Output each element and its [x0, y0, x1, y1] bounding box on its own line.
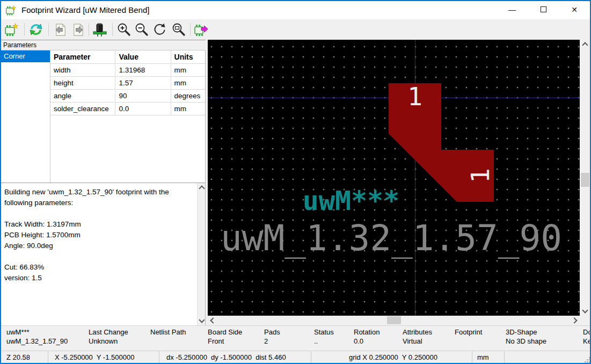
build-message-text: Building new 'uwm_1.32_1.57_90' footprin… — [4, 187, 195, 283]
status-field-pads: Pads2 — [264, 326, 314, 351]
scroll-up-icon — [199, 185, 205, 191]
window-title: Footprint Wizard [uW Mitered Bend] — [21, 1, 149, 19]
footprint-wizard-window: ★ Footprint Wizard [uW Mitered Bend] — ✕… — [0, 0, 591, 364]
relative-position: dx -5.250000 dy -1.500000 dist 5.460 — [159, 351, 311, 364]
param-value[interactable]: 90 — [115, 89, 171, 102]
status-field-footprint: Footprint — [455, 326, 506, 351]
status-field-rotation: Rotation0.0 — [354, 326, 403, 351]
zoom-fit-button[interactable] — [171, 21, 187, 38]
status-field-attributes: AttributesVirtual — [403, 326, 455, 351]
param-units: mm — [171, 63, 205, 76]
pad-number-1: 1 — [407, 82, 422, 111]
zoom-redraw-button[interactable] — [151, 21, 167, 38]
message-panel: Building new 'uwm_1.32_1.57_90' footprin… — [1, 183, 206, 325]
toolbar-separator — [89, 23, 89, 36]
parameters-table: Parameter Value Units width 1.31968 mm h… — [50, 50, 206, 183]
scroll-up-button[interactable] — [580, 42, 590, 48]
toolbar-separator — [112, 23, 113, 36]
svg-text:★: ★ — [11, 5, 16, 11]
param-value[interactable]: 0.0 — [115, 102, 171, 115]
select-wizard-button[interactable]: ★ — [4, 21, 20, 38]
status-field-last-change: Last ChangeUnknown — [89, 326, 150, 351]
horizontal-scroll-thumb[interactable] — [387, 316, 401, 324]
parameters-panel-header: Parameters — [1, 40, 206, 50]
minimize-icon: — — [508, 5, 516, 14]
param-units: mm — [171, 76, 205, 89]
footprint-wizard-select-icon: ★ — [4, 22, 19, 37]
scroll-up-button[interactable] — [198, 185, 206, 192]
scroll-right-button[interactable] — [571, 316, 578, 325]
param-value[interactable]: 1.31968 — [115, 63, 171, 76]
scroll-down-icon — [199, 317, 205, 323]
reference-text: uwM*** — [303, 185, 400, 216]
message-scrollbar[interactable] — [197, 183, 205, 325]
param-units: mm — [171, 102, 205, 115]
cursor-position: X -5.250000 Y -1.500000 — [48, 351, 159, 364]
table-row: height 1.57 mm — [50, 76, 205, 89]
resize-grip-icon[interactable] — [584, 356, 590, 363]
export-footprint-icon — [194, 22, 209, 37]
export-footprint-button[interactable] — [193, 21, 209, 38]
zoom-in-button[interactable] — [116, 21, 132, 38]
status-field-doc: DoKe — [583, 326, 591, 351]
param-name: height — [50, 76, 115, 89]
param-value[interactable]: 1.57 — [115, 76, 171, 89]
reload-wizard-icon — [28, 22, 43, 37]
zoom-in-icon — [116, 22, 132, 37]
vertical-scroll-thumb[interactable] — [581, 173, 589, 187]
maximize-icon — [541, 6, 546, 12]
toolbar: ★ — [1, 19, 590, 40]
maximize-button[interactable] — [528, 1, 559, 19]
scroll-left-button[interactable] — [210, 316, 216, 325]
reload-wizard-button[interactable] — [28, 21, 44, 38]
status-field-name: uwM***uwM_1.32_1.57_90 — [6, 326, 89, 351]
status-field-status: Status.. — [314, 326, 354, 351]
table-row: solder_clearance 0.0 mm — [50, 102, 205, 115]
component-pin-button[interactable] — [92, 21, 108, 38]
footprint-preview-canvas[interactable]: uwM*** uwM_1.32_1.57_90 1 1 — [208, 40, 580, 316]
table-row: angle 90 degrees — [50, 89, 205, 102]
app-icon: ★ — [5, 4, 17, 16]
canvas-vertical-scrollbar[interactable] — [580, 40, 590, 316]
canvas-horizontal-scrollbar[interactable] — [208, 316, 580, 325]
param-units: degrees — [171, 89, 205, 102]
zoom-level: Z 20.58 — [1, 351, 48, 364]
scroll-down-button[interactable] — [198, 317, 206, 323]
toolbar-separator — [190, 23, 191, 36]
status-spacer — [505, 351, 591, 364]
close-button[interactable]: ✕ — [559, 1, 590, 19]
status-field-netlist-path: Netlist Path — [150, 326, 208, 351]
column-header-parameter: Parameter — [50, 50, 115, 63]
column-header-value: Value — [115, 50, 171, 63]
param-name: width — [50, 63, 115, 76]
close-icon: ✕ — [571, 5, 578, 14]
toolbar-separator — [24, 23, 25, 36]
scroll-right-icon — [571, 317, 577, 323]
scroll-left-icon — [210, 317, 216, 323]
scroll-down-button[interactable] — [580, 307, 590, 314]
svg-text:★: ★ — [12, 22, 19, 30]
table-row: width 1.31968 mm — [50, 63, 205, 76]
wizard-pages-list: Corner — [1, 50, 50, 183]
titlebar[interactable]: ★ Footprint Wizard [uW Mitered Bend] — ✕ — [1, 1, 590, 19]
units-indicator: mm — [472, 351, 505, 364]
component-pin-icon — [92, 22, 107, 37]
grid-setting: grid X 0.250000 Y 0.250000 — [311, 351, 472, 364]
param-name: solder_clearance — [50, 102, 115, 115]
minimize-button[interactable]: — — [497, 1, 528, 19]
coordinate-status-bar: Z 20.58 X -5.250000 Y -1.500000 dx -5.25… — [1, 351, 591, 364]
next-page-icon — [71, 23, 85, 37]
previous-page-button[interactable] — [52, 21, 68, 38]
table-header-row: Parameter Value Units — [50, 50, 205, 63]
mitered-bend-copper-shape — [389, 83, 494, 202]
page-item-corner[interactable]: Corner — [1, 50, 50, 62]
zoom-out-icon — [134, 22, 149, 37]
status-field-3d-shape: 3D-ShapeNo 3D shape — [506, 326, 583, 351]
scroll-up-icon — [582, 42, 588, 48]
zoom-redraw-icon — [152, 22, 167, 37]
scroll-down-icon — [582, 307, 588, 313]
next-page-button[interactable] — [70, 21, 86, 38]
zoom-out-button[interactable] — [134, 21, 150, 38]
toolbar-separator — [48, 23, 49, 36]
previous-page-icon — [53, 23, 68, 37]
